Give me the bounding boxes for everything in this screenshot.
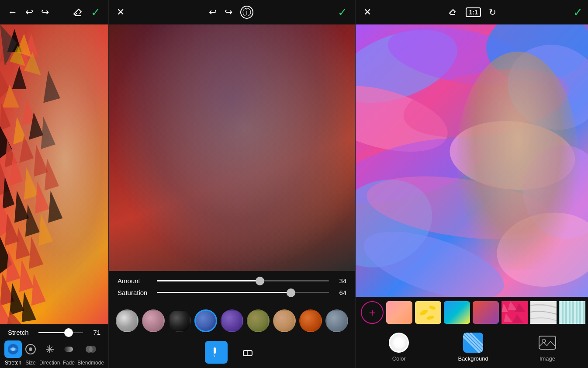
swatch-olive[interactable] — [247, 309, 270, 332]
svg-rect-72 — [415, 301, 441, 324]
direction-icon — [41, 340, 59, 358]
stretch-slider-track[interactable] — [38, 332, 83, 333]
panel3-center-icons: 1:1 ↻ — [448, 7, 496, 17]
amount-slider-row: Amount 34 — [118, 277, 346, 285]
tab-background[interactable]: Background — [458, 333, 488, 362]
tools-row: Stretch Size — [0, 338, 108, 368]
image-tab-label: Image — [540, 355, 555, 362]
brush-button[interactable] — [205, 341, 228, 364]
panel2-hair-overlay — [109, 24, 355, 271]
color-swatches-row — [109, 305, 355, 337]
panel1-face-overlay — [0, 24, 108, 324]
color-tab-icon — [389, 333, 409, 353]
size-icon — [22, 340, 39, 358]
check-button3[interactable]: ✓ — [573, 7, 583, 18]
swatch-orange[interactable] — [299, 309, 322, 332]
redo-button2[interactable]: ↪ — [225, 7, 232, 17]
panel1-base-image — [0, 24, 108, 324]
panel2-topbar: ✕ ↩ ↪ ⓘ ✓ — [109, 0, 355, 24]
eraser-button[interactable] — [73, 7, 83, 17]
stretch-icon — [4, 340, 22, 358]
saturation-value: 64 — [333, 289, 346, 296]
tool-stretch[interactable]: Stretch — [4, 340, 22, 366]
panel3-topbar: ✕ 1:1 ↻ ✓ — [356, 0, 588, 24]
stretch-label: Stretch — [8, 329, 34, 336]
panel1-image-area — [0, 24, 108, 324]
back-button[interactable]: ← — [8, 7, 17, 17]
panel3-base-image — [356, 24, 588, 297]
close-button[interactable]: ✕ — [117, 7, 125, 17]
bg-thumb-3[interactable] — [444, 301, 470, 324]
swatch-blue[interactable] — [194, 309, 217, 332]
check-button[interactable]: ✓ — [91, 7, 100, 18]
panel2-slider-panel: Amount 34 Saturation 64 — [109, 271, 355, 305]
tool-size[interactable]: Size — [22, 340, 39, 366]
info-button[interactable]: ⓘ — [240, 6, 253, 19]
panel3-image-area — [356, 24, 588, 297]
saturation-slider-track[interactable] — [157, 292, 329, 293]
blendmode-icon — [82, 340, 100, 358]
stretch-slider-thumb[interactable] — [64, 328, 73, 337]
svg-rect-53 — [64, 347, 73, 352]
thumbnail-row: + — [356, 297, 588, 328]
panel1-left-icons: ← ↩ ↪ — [8, 7, 49, 17]
panel3-tabs: Color Background — [356, 328, 588, 368]
bg-thumb-1[interactable] — [386, 301, 412, 324]
amount-slider-track[interactable] — [157, 280, 329, 281]
panel1-topbar: ← ↩ ↪ ✓ — [0, 0, 108, 24]
svg-point-48 — [29, 347, 32, 351]
color-tab-label: Color — [392, 355, 406, 362]
add-background-button[interactable]: + — [361, 301, 384, 324]
tool-blendmode[interactable]: Blendmode — [77, 340, 104, 366]
fade-tool-label: Fade — [63, 360, 75, 366]
undo-button[interactable]: ↩ — [25, 7, 33, 17]
saturation-slider-row: Saturation 64 — [118, 289, 346, 296]
bg-tab-icon — [463, 333, 483, 353]
panel2-image-area — [109, 24, 355, 271]
panel1-bottom-toolbar: Stretch 71 Stretch — [0, 324, 108, 368]
bg-thumb-4[interactable] — [473, 301, 499, 324]
swatch-mauve[interactable] — [142, 309, 165, 332]
bg-thumb-6[interactable] — [530, 301, 557, 324]
panel-saturation: ✕ ↩ ↪ ⓘ ✓ Amount 34 Saturation — [109, 0, 356, 368]
tab-image[interactable]: Image — [537, 333, 557, 362]
check-button2[interactable]: ✓ — [338, 7, 347, 18]
saturation-slider-thumb[interactable] — [287, 288, 295, 297]
amount-label: Amount — [118, 277, 152, 285]
fade-icon — [60, 340, 77, 358]
size-tool-label: Size — [25, 360, 35, 366]
bg-thumb-7[interactable] — [559, 301, 585, 324]
eraser-button3[interactable] — [448, 7, 458, 17]
panel-stretch: ← ↩ ↪ ✓ — [0, 0, 109, 368]
undo-button2[interactable]: ↩ — [209, 7, 217, 17]
redo-button[interactable]: ↪ — [41, 7, 49, 17]
amount-slider-thumb[interactable] — [256, 277, 264, 285]
swatch-black[interactable] — [168, 309, 191, 332]
brush-tools-row — [109, 337, 355, 368]
bg-thumb-5[interactable] — [502, 301, 528, 324]
refresh-button[interactable]: ↻ — [489, 8, 496, 17]
amount-slider-fill — [157, 280, 260, 281]
bg-thumb-2[interactable] — [415, 301, 441, 324]
panel-background: ✕ 1:1 ↻ ✓ — [356, 0, 588, 368]
swatch-purple[interactable] — [221, 309, 243, 332]
tool-fade[interactable]: Fade — [60, 340, 77, 366]
svg-point-46 — [11, 347, 15, 351]
eraser-button2[interactable] — [236, 341, 259, 364]
stretch-value: 71 — [87, 329, 100, 336]
tab-color[interactable]: Color — [389, 333, 409, 362]
svg-point-55 — [89, 346, 96, 353]
tool-direction[interactable]: Direction — [39, 340, 60, 366]
panel1-right-icons: ✓ — [73, 7, 100, 18]
panel2-base-image — [109, 24, 355, 271]
swatch-steel[interactable] — [325, 309, 348, 332]
image-tab-icon — [537, 333, 557, 353]
ratio-button[interactable]: 1:1 — [466, 7, 481, 17]
direction-tool-label: Direction — [39, 360, 60, 366]
svg-rect-56 — [214, 347, 216, 354]
svg-point-97 — [542, 339, 546, 343]
blendmode-tool-label: Blendmode — [77, 360, 104, 366]
close-button3[interactable]: ✕ — [363, 7, 371, 17]
swatch-tan[interactable] — [273, 309, 296, 332]
swatch-silver[interactable] — [116, 309, 138, 332]
